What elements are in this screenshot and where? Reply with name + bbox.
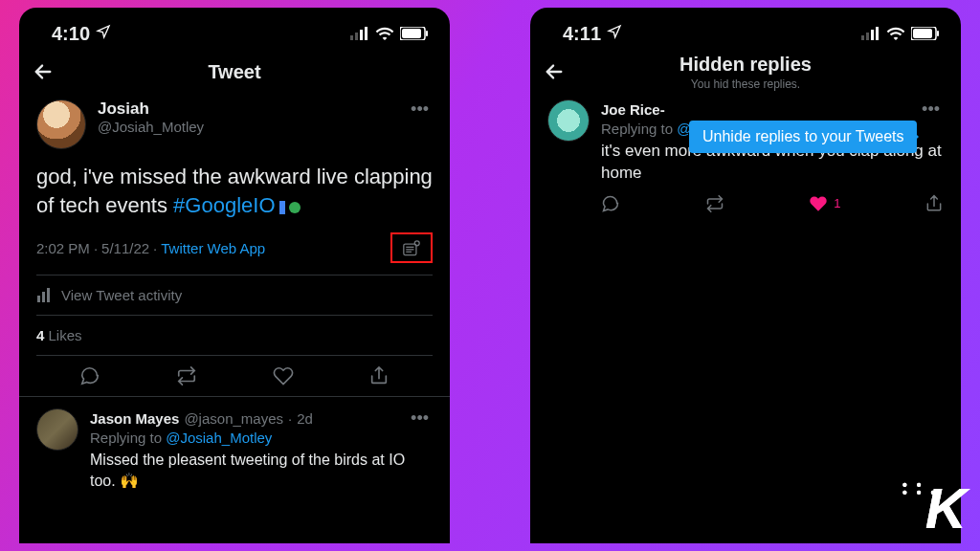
like-button[interactable] [273, 365, 294, 386]
cellular-icon [861, 27, 880, 40]
status-time: 4:10 [52, 23, 111, 45]
action-bar [36, 356, 433, 396]
back-button[interactable] [544, 61, 565, 82]
tweet-date: 5/11/22 [101, 240, 149, 256]
author-handle[interactable]: @Josiah_Motley [98, 119, 407, 135]
svg-rect-2 [360, 30, 363, 40]
replying-to: Replying to @Josiah_Motley [90, 430, 433, 446]
svg-rect-14 [47, 288, 50, 302]
svg-point-11 [414, 241, 419, 246]
retweet-button[interactable] [175, 365, 198, 386]
page-subtitle: You hid these replies. [679, 77, 812, 91]
action-bar: 1 [601, 185, 944, 213]
author-name[interactable]: Josiah [98, 99, 407, 119]
reply-author-name[interactable]: Joe Rice- [601, 101, 665, 118]
share-button[interactable] [924, 194, 944, 213]
phone-right: 4:11 Hidden replies You hid these replie… [530, 8, 961, 543]
back-arrow-icon [33, 61, 54, 82]
page-title: Hidden replies [679, 54, 812, 76]
reply-card[interactable]: Jason Mayes @jason_mayes · 2d ••• Replyi… [19, 397, 450, 491]
location-arrow-icon [96, 24, 111, 39]
reply-age: 2d [297, 410, 313, 427]
avatar[interactable] [547, 99, 590, 142]
status-bar: 4:11 [530, 8, 961, 50]
reply-button[interactable] [601, 194, 620, 213]
svg-rect-21 [937, 31, 939, 36]
tweet-meta: 2:02 PM · 5/11/22 · Twitter Web App [36, 232, 433, 263]
avatar[interactable] [36, 408, 78, 451]
wifi-icon [886, 27, 905, 40]
battery-icon [400, 27, 429, 40]
tweet-card: Josiah @Josiah_Motley ••• god, i've miss… [19, 94, 450, 396]
hidden-replies-button[interactable] [390, 232, 433, 263]
svg-rect-3 [365, 27, 368, 40]
share-icon [924, 194, 944, 213]
reply-icon [79, 365, 100, 386]
retweet-button[interactable] [704, 194, 725, 213]
reply-author-handle[interactable]: @jason_mayes [184, 410, 283, 427]
retweet-icon [175, 365, 198, 386]
svg-rect-12 [37, 296, 40, 302]
share-icon [368, 365, 390, 386]
tweet-text: god, i've missed the awkward live clappi… [36, 163, 433, 219]
like-button[interactable]: 1 [809, 194, 840, 213]
watermark: • •• • • K [925, 475, 963, 541]
replying-to-link[interactable]: @Josiah_Motley [166, 430, 272, 446]
reply-more-button[interactable]: ••• [918, 99, 944, 120]
back-button[interactable] [33, 61, 54, 82]
svg-rect-20 [913, 29, 932, 38]
hidden-replies-icon [402, 240, 421, 257]
hidden-reply-card[interactable]: Joe Rice- ••• Replying to @Josiah_Motley… [530, 94, 961, 213]
back-arrow-icon [544, 61, 565, 82]
svg-rect-15 [861, 35, 864, 40]
svg-rect-18 [876, 27, 879, 40]
svg-rect-5 [402, 29, 421, 38]
svg-rect-16 [866, 33, 869, 40]
unhide-tooltip[interactable]: Unhide replies to your Tweets [689, 121, 917, 153]
reply-author-name[interactable]: Jason Mayes [90, 410, 179, 427]
share-button[interactable] [368, 365, 390, 386]
analytics-icon [36, 288, 52, 303]
googleio-emoji [276, 193, 301, 217]
likes-count-row[interactable]: 4 Likes [36, 316, 433, 355]
reply-text: Missed the pleasent tweeting of the bird… [90, 450, 433, 491]
location-arrow-icon [607, 24, 622, 39]
reply-icon [601, 194, 620, 213]
avatar[interactable] [36, 99, 86, 149]
page-title: Tweet [208, 61, 260, 83]
reply-more-button[interactable]: ••• [407, 408, 433, 429]
status-time: 4:11 [563, 23, 622, 45]
reply-button[interactable] [79, 365, 100, 386]
svg-rect-17 [871, 30, 874, 40]
cellular-icon [350, 27, 369, 40]
svg-rect-0 [350, 35, 353, 40]
view-activity-button[interactable]: View Tweet activity [36, 276, 433, 315]
svg-rect-6 [426, 31, 428, 36]
phone-left: 4:10 Tweet Josiah @Josiah_Motley ••• god… [19, 8, 450, 543]
svg-rect-1 [355, 33, 358, 40]
tweet-source[interactable]: Twitter Web App [161, 240, 265, 256]
like-count: 1 [834, 196, 840, 210]
svg-rect-13 [42, 292, 45, 302]
watermark-dots-icon: • •• • • [902, 481, 938, 496]
battery-icon [911, 27, 940, 40]
nav-bar: Tweet [19, 50, 450, 94]
retweet-icon [704, 194, 725, 213]
tweet-more-button[interactable]: ••• [407, 99, 433, 120]
status-bar: 4:10 [19, 8, 450, 50]
hashtag-link[interactable]: #GoogleIO [173, 193, 275, 217]
nav-bar: Hidden replies You hid these replies. [530, 50, 961, 94]
wifi-icon [375, 27, 394, 40]
tweet-time: 2:02 PM [36, 240, 90, 256]
heart-icon [273, 365, 294, 386]
heart-filled-icon [809, 194, 828, 213]
